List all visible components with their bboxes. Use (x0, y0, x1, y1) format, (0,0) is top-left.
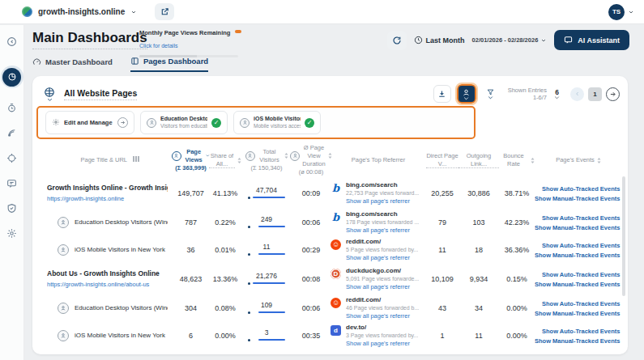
show-manual-tracked-link[interactable]: Show Manual-Tracked Events (535, 195, 620, 202)
visitor-icon (290, 151, 300, 161)
show-auto-tracked-link[interactable]: Show Auto-Tracked Events (542, 328, 620, 335)
visitors-mini-bar (248, 196, 285, 200)
sidebar-item-sources-icon[interactable] (5, 125, 19, 140)
column-filter-icon[interactable] (133, 156, 139, 162)
col-events[interactable]: Page's Events (535, 156, 622, 164)
page-size-select[interactable]: 6 (554, 88, 560, 100)
segment-title-cell[interactable]: Education Desktop Visitors (Windows + ..… (75, 218, 168, 227)
chevron-down-icon (130, 9, 137, 15)
table-scrollbar[interactable] (622, 176, 625, 296)
show-auto-tracked-link[interactable]: Show Auto-Tracked Events (542, 242, 620, 249)
show-auto-tracked-link[interactable]: Show Auto-Tracked Events (542, 185, 620, 193)
export-button[interactable] (433, 85, 451, 103)
sidebar-item-reports-icon[interactable] (5, 100, 19, 115)
show-manual-tracked-link[interactable]: Show Manual-Tracked Events (535, 252, 620, 259)
table-row: Education Desktop Visitors (Windows + ..… (47, 294, 622, 322)
share-value: 0.08% (209, 304, 241, 312)
referrer-domain[interactable]: reddit.com/ (346, 238, 418, 246)
share-value: 0.01% (209, 246, 241, 254)
referrer-domain[interactable]: reddit.com/ (346, 296, 419, 304)
referrer-domain[interactable]: bing.com/search (346, 210, 419, 218)
show-manual-tracked-link[interactable]: Show Manual-Tracked Events (535, 310, 620, 317)
period-selector[interactable]: Last Month (414, 36, 465, 44)
user-menu[interactable]: TS (608, 4, 634, 20)
date-range-selector[interactable]: 02/01/2026 - 02/28/2026 (472, 36, 548, 44)
shown-entries-value: 1-6/7 (508, 94, 547, 101)
segment-title-cell[interactable]: iOS Mobile Visitors in New York (75, 245, 165, 254)
col-bounce[interactable]: Bounce Rate (499, 152, 535, 168)
page-url-link[interactable]: https://growth-insights.online (47, 195, 124, 204)
col-page-views[interactable]: Page Views (Σ 363,999) (173, 148, 209, 172)
show-manual-tracked-link[interactable]: Show Manual-Tracked Events (535, 281, 620, 288)
col-total-visitors[interactable]: Total Visitors (Σ 150,340) (241, 148, 292, 172)
visitor-segment-icon (58, 303, 69, 314)
bounce-value: 38.71% (499, 189, 535, 197)
tab-pages-dashboard[interactable]: Pages Dashboard (130, 57, 208, 72)
gear-icon (52, 118, 60, 128)
show-auto-tracked-link[interactable]: Show Auto-Tracked Events (542, 271, 620, 278)
pages-icon (130, 57, 139, 66)
prev-page-button[interactable] (570, 87, 584, 101)
chevron-down-icon (628, 9, 634, 15)
show-all-referrer-link[interactable]: Show all page's referrer (346, 283, 410, 291)
referrer-domain[interactable]: bing.com/search (346, 181, 419, 189)
visitors-cell: 21,276 (241, 273, 292, 286)
col-title[interactable]: Page Title & URL (47, 156, 173, 164)
referrer-cell: b bing.com/search 178 Page views forward… (331, 210, 426, 235)
referrer-detail: 22,753 Page views forward... (346, 189, 419, 197)
table-settings-icon[interactable] (44, 87, 55, 102)
show-auto-tracked-link[interactable]: Show Auto-Tracked Events (542, 214, 620, 222)
sidebar-item-dashboards[interactable] (1, 66, 23, 88)
current-page[interactable]: 1 (588, 87, 602, 101)
next-page-button[interactable] (606, 87, 620, 101)
filter-button[interactable] (482, 85, 500, 103)
segment-title-cell[interactable]: iOS Mobile Visitors in New York (75, 331, 165, 340)
col-direct[interactable]: Direct Page V... (426, 152, 458, 169)
show-all-referrer-link[interactable]: Show all page's referrer (346, 227, 410, 235)
manage-segments-card[interactable]: Edit and Manage Visitor ... (45, 111, 134, 134)
open-site-button[interactable] (155, 3, 174, 20)
col-outgoing[interactable]: Outgoing Link... (458, 152, 499, 169)
col-share[interactable]: Share of All... (209, 152, 241, 169)
site-switcher[interactable]: growth-insights.online (22, 6, 137, 17)
page-title-cell[interactable]: About Us - Growth Insights Online (47, 269, 168, 279)
segment-card-education[interactable]: Education Desktop Visito... Visitors fro… (140, 111, 228, 134)
show-all-referrer-link[interactable]: Show all page's referrer (346, 197, 410, 205)
col-duration[interactable]: Ø Page View Duration (ø 00:08) (292, 144, 331, 176)
page-title-cell[interactable]: Growth Insights Online - Growth Insights… (47, 184, 168, 193)
visitor-segment-icon (58, 330, 69, 341)
show-all-referrer-link[interactable]: Show all page's referrer (346, 254, 410, 262)
show-all-referrer-link[interactable]: Show all page's referrer (346, 340, 410, 348)
visitor-segment-icon (58, 244, 69, 256)
ai-assistant-button[interactable]: AI Assistant (554, 30, 629, 50)
sidebar-item-settings-icon[interactable] (5, 226, 19, 240)
referrer-domain[interactable]: duckduckgo.com/ (346, 267, 419, 275)
show-auto-tracked-link[interactable]: Show Auto-Tracked Events (542, 300, 620, 307)
bounce-value: 36.36% (499, 246, 535, 254)
page-views-value: 304 (173, 304, 209, 312)
sidebar-item-visitors-icon[interactable] (5, 150, 19, 165)
referrer-detail: 178 Page views forwarded ... (346, 218, 419, 226)
sidebar-item-privacy-icon[interactable] (5, 201, 19, 215)
duration-value: 00:08 (292, 275, 331, 283)
page-url-link[interactable]: https://growth-insights.online/about-us (47, 281, 149, 290)
show-all-referrer-link[interactable]: Show all page's referrer (346, 312, 410, 320)
referrer-domain[interactable]: dev.to/ (346, 324, 418, 332)
segment-title: iOS Mobile Visitors in Ne... (254, 116, 301, 123)
show-manual-tracked-link[interactable]: Show Manual-Tracked Events (535, 337, 620, 345)
segment-title-cell[interactable]: Education Desktop Visitors (Windows + ..… (75, 303, 168, 312)
table-row: Growth Insights Online - Growth Insights… (47, 178, 622, 209)
sidebar-item-feedback-icon[interactable] (5, 176, 19, 190)
sidebar-toggle-icon[interactable] (5, 34, 19, 49)
page-views-value: 149,707 (173, 189, 209, 197)
visitor-segments-button[interactable] (457, 84, 476, 104)
quota-details-link[interactable]: Click for details (139, 43, 177, 49)
refresh-button[interactable] (387, 31, 407, 50)
reddit-icon: ☺ (331, 239, 341, 250)
tab-master-dashboard[interactable]: Master Dashboard (32, 57, 113, 72)
visitors-cell: 249 (241, 216, 292, 229)
segment-card-ios[interactable]: iOS Mobile Visitors in Ne... Mobile visi… (233, 111, 321, 134)
show-manual-tracked-link[interactable]: Show Manual-Tracked Events (535, 224, 620, 231)
direct-value: 20,255 (426, 189, 458, 197)
check-icon: ✓ (211, 118, 221, 128)
